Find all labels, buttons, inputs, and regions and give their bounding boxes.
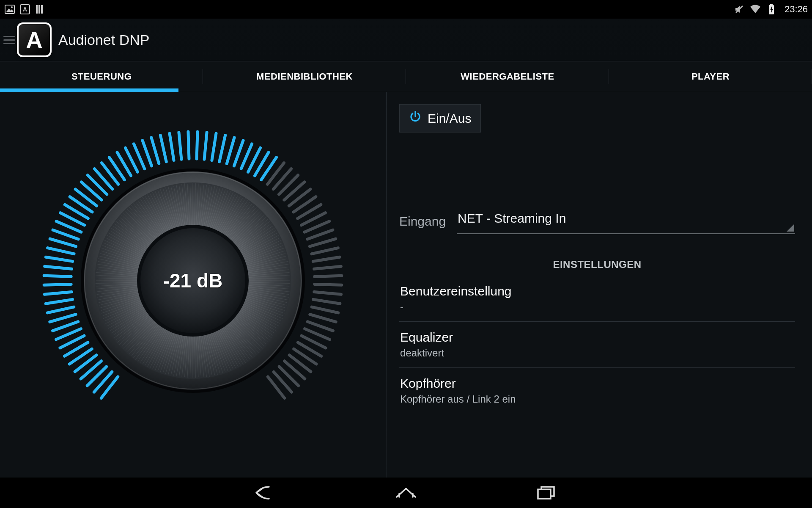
system-nav-bar [0, 478, 812, 508]
setting-title: Benutzereinstellung [400, 284, 794, 298]
bars-icon [35, 4, 46, 15]
clock: 23:26 [785, 4, 808, 15]
svg-rect-8 [770, 4, 773, 5]
setting-equalizer[interactable]: Equalizer deaktivert [399, 322, 795, 368]
right-pane: Ein/Aus Eingang NET - Streaming In EINST… [387, 92, 812, 478]
svg-line-70 [310, 239, 335, 246]
svg-line-51 [204, 133, 207, 160]
svg-marker-1 [6, 8, 14, 12]
svg-line-23 [44, 292, 71, 294]
power-icon [409, 110, 422, 126]
svg-line-19 [52, 322, 78, 331]
recent-apps-button[interactable] [531, 482, 562, 504]
power-button[interactable]: Ein/Aus [399, 104, 481, 133]
tab-medienbibliothek[interactable]: MEDIENBIBLIOTHEK [203, 61, 406, 92]
picture-icon [4, 4, 15, 15]
app-small-icon: A [19, 4, 30, 15]
tab-bar: STEUERUNG MEDIENBIBLIOTHEK WIEDERGABELIS… [0, 61, 812, 92]
battery-charging-icon [766, 4, 777, 15]
left-pane: -21 dB [0, 92, 386, 478]
svg-rect-316 [538, 489, 551, 499]
svg-line-22 [46, 299, 72, 304]
input-label: Eingang [399, 214, 446, 229]
setting-title: Kopfhörer [400, 376, 794, 391]
svg-rect-0 [5, 5, 14, 14]
menu-icon[interactable] [3, 36, 15, 44]
svg-line-76 [314, 292, 341, 294]
svg-line-71 [312, 248, 338, 254]
svg-line-69 [307, 230, 333, 239]
home-button[interactable] [391, 482, 421, 504]
setting-subtitle: Kopfhörer aus / Link 2 ein [400, 393, 794, 405]
svg-line-53 [219, 135, 225, 161]
setting-subtitle: - [400, 301, 794, 313]
status-bar: A 23:26 [0, 0, 812, 19]
svg-line-21 [47, 307, 74, 313]
tab-player[interactable]: PLAYER [609, 61, 812, 92]
setting-user[interactable]: Benutzereinstellung - [399, 276, 795, 322]
svg-rect-3 [36, 5, 38, 14]
svg-line-29 [50, 239, 76, 246]
svg-line-73 [314, 266, 341, 269]
svg-line-52 [212, 133, 216, 160]
setting-subtitle: deaktivert [400, 347, 794, 359]
svg-line-55 [234, 141, 243, 166]
svg-line-26 [45, 266, 72, 269]
app-icon[interactable]: A [17, 22, 52, 57]
svg-line-25 [44, 276, 71, 276]
content-area: -21 dB Ein/Aus Eingang NET - Streaming I… [0, 92, 812, 478]
svg-line-47 [170, 133, 174, 160]
back-button[interactable] [250, 482, 281, 504]
svg-line-27 [46, 257, 72, 261]
power-label: Ein/Aus [428, 111, 471, 126]
svg-line-20 [50, 315, 76, 322]
svg-line-50 [197, 132, 198, 159]
tab-indicator [0, 88, 178, 92]
svg-rect-5 [41, 5, 43, 14]
app-icon-letter: A [26, 27, 43, 53]
tab-wiedergabeliste[interactable]: WIEDERGABELISTE [406, 61, 609, 92]
svg-line-79 [310, 315, 336, 322]
svg-line-74 [315, 276, 342, 276]
svg-line-80 [307, 322, 333, 331]
volume-dial[interactable]: -21 dB [32, 120, 354, 442]
svg-line-77 [313, 299, 340, 304]
svg-line-46 [160, 135, 166, 161]
settings-header: EINSTELLUNGEN [399, 259, 795, 271]
svg-point-2 [11, 6, 13, 8]
svg-line-24 [44, 284, 71, 285]
input-row: Eingang NET - Streaming In [399, 209, 795, 234]
tab-steuerung[interactable]: STEUERUNG [0, 61, 203, 92]
svg-rect-4 [38, 5, 40, 14]
mute-icon [734, 4, 745, 15]
svg-line-48 [179, 133, 181, 160]
svg-line-45 [151, 138, 159, 163]
setting-title: Equalizer [400, 330, 794, 345]
app-title: Audionet DNP [58, 32, 149, 48]
svg-line-30 [53, 230, 78, 239]
svg-line-44 [143, 141, 152, 166]
volume-value: -21 dB [163, 269, 223, 292]
svg-line-75 [315, 284, 342, 285]
svg-line-54 [227, 138, 234, 163]
svg-line-72 [313, 257, 340, 261]
setting-headphones[interactable]: Kopfhörer Kopfhörer aus / Link 2 ein [399, 368, 795, 414]
input-select[interactable]: NET - Streaming In [457, 209, 795, 234]
app-bar: A Audionet DNP [0, 19, 812, 61]
svg-line-28 [48, 248, 74, 254]
svg-line-78 [312, 307, 338, 313]
wifi-icon [750, 4, 761, 15]
svg-line-49 [188, 132, 189, 159]
